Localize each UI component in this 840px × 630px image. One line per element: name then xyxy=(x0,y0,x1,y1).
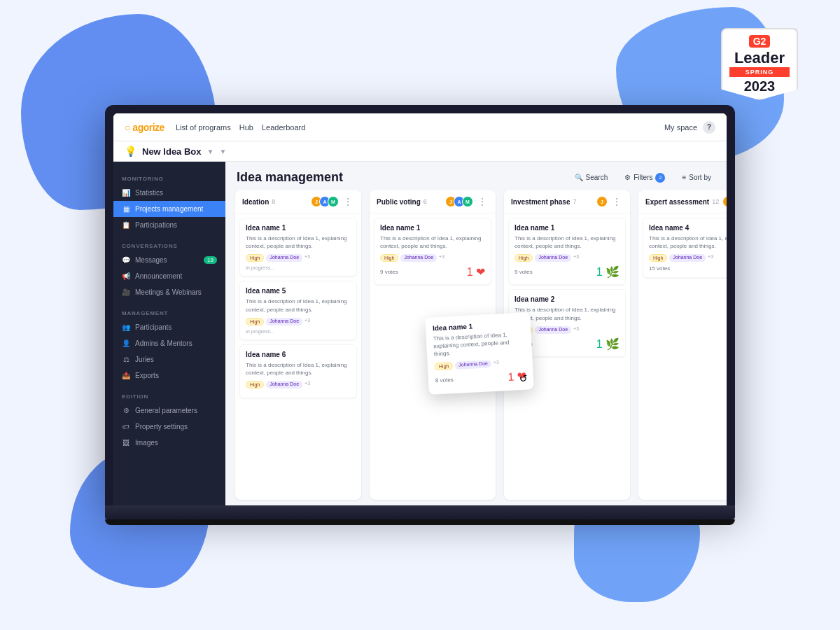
card-status: In progress... xyxy=(246,265,274,270)
sidebar-item-general-params[interactable]: ⚙ General parameters xyxy=(113,402,225,419)
col-investment-avatars: J xyxy=(599,196,608,207)
sidebar-item-property-settings[interactable]: 🏷 Property settings xyxy=(113,419,225,435)
col-ideation-menu[interactable]: ⋮ xyxy=(342,196,354,207)
col-ideation-header: Ideation 8 J A M ⋮ xyxy=(235,190,361,214)
sidebar-participants-label: Participants xyxy=(135,323,172,331)
search-icon: 🔍 xyxy=(575,174,583,181)
tag-high: High xyxy=(380,254,398,262)
property-settings-icon: 🏷 xyxy=(122,423,130,430)
sidebar-general-params-label: General parameters xyxy=(135,407,197,414)
tag-more: +3 xyxy=(304,381,310,388)
sidebar-section-management: MANAGEMENT xyxy=(113,304,225,319)
bulb-icon: 💡 xyxy=(125,146,136,157)
card-title: Idea name 4 xyxy=(649,224,727,232)
help-button[interactable]: ? xyxy=(703,121,715,134)
nav-leaderboard[interactable]: Leaderboard xyxy=(262,123,305,132)
card-ip-2[interactable]: Idea name 2 This is a description of Ide… xyxy=(508,289,626,356)
tag-more: +3 xyxy=(573,326,579,334)
card-footer: 9 votes 1 🌿 xyxy=(514,265,620,279)
card-ea-1[interactable]: Idea name 4 This is a description of Ide… xyxy=(643,218,727,278)
sidebar-meetings-label: Meetings & Webinars xyxy=(135,288,202,296)
card-tags: High Johanna Doe +3 xyxy=(246,381,351,388)
sidebar-item-juries[interactable]: ⚖ Juries xyxy=(113,351,225,368)
sidebar-property-settings-label: Property settings xyxy=(135,423,188,430)
sidebar-item-participations[interactable]: 📋 Participations xyxy=(113,217,225,233)
col-expert-cards: Idea name 4 This is a description of Ide… xyxy=(638,214,727,500)
g2-spring-label: SPRING xyxy=(729,67,790,77)
card-footer: In progress... xyxy=(246,329,351,334)
card-tags: High Johanna Doe +3 xyxy=(649,254,727,262)
card-pv-1[interactable]: Idea name 1 This is a description of Ide… xyxy=(374,218,491,285)
screen: ○ agorize List of programs Hub Leaderboa… xyxy=(113,113,727,505)
card-desc: This is a description of Idea 1, explain… xyxy=(246,298,351,313)
filter-count-badge: 2 xyxy=(655,173,665,183)
card-tags: High Johanna Doe +3 xyxy=(514,254,620,262)
participants-icon: 👥 xyxy=(122,323,130,331)
sidebar-item-exports[interactable]: 📤 Exports xyxy=(113,368,225,384)
images-icon: 🖼 xyxy=(122,439,130,447)
laptop: ○ agorize List of programs Hub Leaderboa… xyxy=(105,105,735,525)
app: ○ agorize List of programs Hub Leaderboa… xyxy=(113,113,727,505)
sidebar-item-statistics[interactable]: 📊 Statistics xyxy=(113,185,225,201)
card-ideation-5[interactable]: Idea name 5 This is a description of Ide… xyxy=(239,281,357,340)
board-header: Idea management 🔍 Search ⚙ Filters 2 xyxy=(225,162,727,190)
sidebar-juries-label: Juries xyxy=(135,356,154,363)
card-ideation-6[interactable]: Idea name 6 This is a description of Ide… xyxy=(239,344,357,398)
nav-right: My space ? xyxy=(664,121,715,134)
col-expert-assessment-header: Expert assessment 12 J A ⋮ xyxy=(638,190,727,214)
sidebar-item-participants[interactable]: 👥 Participants xyxy=(113,319,225,335)
heart-icon: 1 ❤ xyxy=(467,265,485,279)
tag-user: Johanna Doe xyxy=(400,254,437,262)
leaf-icon: 1 🌿 xyxy=(596,265,620,279)
sidebar-item-meetings[interactable]: 🎥 Meetings & Webinars xyxy=(113,284,225,300)
sort-button[interactable]: ≡ Sort by xyxy=(678,172,715,183)
avatar: J xyxy=(596,196,608,207)
card-title: Idea name 1 xyxy=(380,224,485,232)
card-status: In progress... xyxy=(246,329,274,334)
col-public-voting-count: 6 xyxy=(424,198,427,205)
nav-hub[interactable]: Hub xyxy=(239,123,253,132)
g2-leader-label: Leader xyxy=(729,50,790,66)
card-title: Idea name 1 xyxy=(246,224,351,232)
exports-icon: 📤 xyxy=(122,372,130,379)
g2-logo-label: G2 xyxy=(749,35,771,48)
card-desc: This is a description of Idea 1, explain… xyxy=(649,234,727,250)
sidebar-item-images[interactable]: 🖼 Images xyxy=(113,435,225,451)
sidebar-item-projects-management[interactable]: ▦ Projects management xyxy=(113,201,225,217)
sidebar-item-messages[interactable]: 💬 Messages 19 xyxy=(113,252,225,268)
col-investment-menu[interactable]: ⋮ xyxy=(610,196,623,207)
tag-more: +3 xyxy=(573,254,579,262)
logo: ○ agorize xyxy=(125,122,164,133)
breadcrumb-dropdown-icon[interactable]: ▼ xyxy=(219,148,226,155)
avatar: M xyxy=(328,196,339,207)
col-expert-assessment-title: Expert assessment xyxy=(645,198,709,206)
col-investment-phase-header: Investment phase 7 J ⋮ xyxy=(504,190,630,214)
tag-user: Johanna Doe xyxy=(535,326,571,334)
tag-high: High xyxy=(246,381,264,388)
kanban-board: Ideation 8 J A M ⋮ xyxy=(225,190,727,505)
card-desc: This is a description of Idea 1, explain… xyxy=(246,234,351,250)
tag-user: Johanna Doe xyxy=(266,318,302,326)
tag-more: +3 xyxy=(304,318,310,326)
tag-high: High xyxy=(246,318,264,326)
avatar: M xyxy=(462,196,473,207)
filters-button[interactable]: ⚙ Filters 2 xyxy=(620,171,669,185)
sidebar-item-announcement[interactable]: 📢 Announcement xyxy=(113,268,225,284)
card-ip-1[interactable]: Idea name 1 This is a description of Ide… xyxy=(508,218,626,285)
col-public-voting-menu[interactable]: ⋮ xyxy=(476,196,489,207)
nav-list-programs[interactable]: List of programs xyxy=(176,123,231,132)
card-title: Idea name 5 xyxy=(246,287,351,295)
card-ideation-1[interactable]: Idea name 1 This is a description of Ide… xyxy=(239,218,357,276)
nav-links: List of programs Hub Leaderboard xyxy=(176,123,305,132)
card-desc: This is a description of Idea 1, explain… xyxy=(514,306,620,321)
card-votes: 15 votes xyxy=(649,265,670,272)
idea-box-title: New Idea Box xyxy=(142,146,202,157)
sidebar-exports-label: Exports xyxy=(135,372,159,379)
sidebar-section-edition: EDITION xyxy=(113,388,225,402)
card-desc: This is a description of Idea 1, explain… xyxy=(380,234,485,250)
search-button[interactable]: 🔍 Search xyxy=(570,172,612,183)
my-space-link[interactable]: My space xyxy=(664,123,697,132)
sidebar-item-admins[interactable]: 👤 Admins & Mentors xyxy=(113,335,225,351)
g2-year-label: 2023 xyxy=(729,78,790,94)
topnav: ○ agorize List of programs Hub Leaderboa… xyxy=(113,113,727,141)
